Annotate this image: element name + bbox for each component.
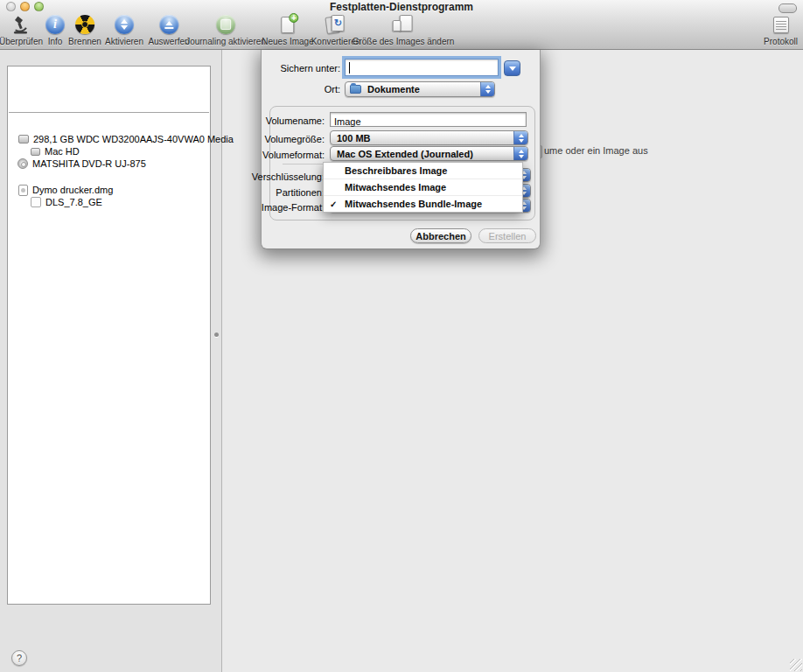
toolbar-label: Aktivieren xyxy=(105,37,143,46)
save-as-label: Sichern unter: xyxy=(281,63,340,74)
disk-icon xyxy=(18,135,29,144)
save-as-input[interactable] xyxy=(346,60,498,76)
window-header: Festplatten-Dienstprogramm Überprüfen i … xyxy=(0,0,803,50)
volume-image-icon xyxy=(31,197,41,207)
toolbar-label: Überprüfen xyxy=(0,37,43,46)
new-image-sheet: Sichern unter: Ort: Dokumente Volumename… xyxy=(261,50,541,249)
volume-format-popup[interactable]: Mac OS Extended (Journaled) xyxy=(330,146,528,161)
volume-icon xyxy=(31,148,40,156)
help-button[interactable]: ? xyxy=(11,650,27,666)
toolbar-item-new-image[interactable]: + Neues Image xyxy=(262,13,313,46)
optical-drive-icon xyxy=(17,158,28,169)
sidebar-item-disk-image[interactable]: Dymo drucker.dmg xyxy=(18,184,113,196)
cancel-button[interactable]: Abbrechen xyxy=(410,228,471,243)
sidebar-item-label: Mac HD xyxy=(45,146,80,157)
toolbar-item-mount[interactable]: Aktivieren xyxy=(105,13,143,46)
toolbar-item-verify[interactable]: Überprüfen xyxy=(0,13,43,46)
disk-utility-window: Festplatten-Dienstprogramm Überprüfen i … xyxy=(0,0,803,672)
window-title: Festplatten-Dienstprogramm xyxy=(330,1,473,13)
menu-item-label: Mitwachsendes Bundle-Image xyxy=(345,199,482,209)
minimize-button[interactable] xyxy=(20,2,30,11)
sidebar-divider xyxy=(9,112,209,113)
sidebar-item-label: MATSHITA DVD-R UJ-875 xyxy=(32,158,146,169)
popup-stepper-icon xyxy=(480,82,494,96)
folder-icon xyxy=(350,85,361,94)
toolbar-label: Brennen xyxy=(68,37,101,46)
toolbar-item-log[interactable]: Protokoll xyxy=(764,13,798,46)
titlebar[interactable]: Festplatten-Dienstprogramm xyxy=(0,0,803,13)
location-label: Ort: xyxy=(325,84,340,94)
sidebar-item-mac-hd[interactable]: Mac HD xyxy=(31,145,80,158)
chevron-down-icon xyxy=(509,66,516,71)
window-resize-grip[interactable] xyxy=(790,659,802,671)
new-image-icon: + xyxy=(281,13,294,36)
verify-microscope-icon xyxy=(10,13,31,36)
volume-name-field[interactable] xyxy=(330,112,527,127)
checkmark-icon: ✓ xyxy=(330,200,337,209)
toolbar-label: Info xyxy=(48,37,63,46)
zoom-button[interactable] xyxy=(34,2,44,11)
sidebar-item-label: Dymo drucker.dmg xyxy=(32,185,113,195)
image-format-menu: Beschreibbares Image Mitwachsendes Image… xyxy=(323,162,523,213)
menu-item-sparse-image[interactable]: Mitwachsendes Image xyxy=(324,178,522,195)
encryption-label: Verschlüsselung: xyxy=(252,172,325,182)
sidebar-item-label: DLS_7.8_GE xyxy=(45,197,102,207)
toolbar-item-resize-image[interactable]: Größe des Images ändern xyxy=(353,13,455,46)
toolbar-label: Neues Image xyxy=(262,37,313,46)
volume-name-input[interactable] xyxy=(331,116,526,129)
sidebar-item-optical-drive[interactable]: MATSHITA DVD-R UJ-875 xyxy=(17,158,146,170)
toolbar-label: Journaling aktivieren xyxy=(185,37,266,46)
popup-stepper-icon xyxy=(513,147,527,160)
log-icon xyxy=(773,13,789,36)
sidebar-item-image-volume[interactable]: DLS_7.8_GE xyxy=(31,196,102,208)
location-popup[interactable]: Dokumente xyxy=(345,81,495,97)
convert-icon: ↻ xyxy=(325,13,347,36)
disk-image-icon xyxy=(18,185,28,196)
resize-image-icon xyxy=(392,13,415,36)
image-format-label: Image-Format: xyxy=(262,202,325,213)
pane-splitter-handle[interactable] xyxy=(214,332,219,337)
sidebar-item-label: 298,1 GB WDC WD3200AAJS-40VWA0 Media xyxy=(33,134,234,144)
expand-sheet-button[interactable] xyxy=(504,60,520,76)
mount-icon xyxy=(115,13,134,36)
toolbar-label: Größe des Images ändern xyxy=(353,37,455,46)
toolbar-item-info[interactable]: i Info xyxy=(45,13,65,46)
create-button[interactable]: Erstellen xyxy=(478,228,536,243)
device-list: 298,1 GB WDC WD3200AAJS-40VWA0 Media Mac… xyxy=(7,66,211,605)
partitions-label: Partitionen: xyxy=(276,187,325,198)
volume-name-label: Volumename: xyxy=(266,116,325,126)
toolbar-item-eject[interactable]: Auswerfen xyxy=(148,13,189,46)
menu-item-writable-image[interactable]: Beschreibbares Image xyxy=(324,163,522,178)
info-icon: i xyxy=(45,13,65,36)
window-controls xyxy=(6,2,44,11)
eject-icon xyxy=(159,13,178,36)
save-as-field[interactable] xyxy=(345,59,499,76)
selection-hint-text: ume oder ein Image aus xyxy=(544,145,648,156)
menu-item-label: Mitwachsendes Image xyxy=(345,182,446,192)
menu-item-label: Beschreibbares Image xyxy=(345,165,447,176)
volume-format-value: Mac OS Extended (Journaled) xyxy=(331,149,473,159)
popup-stepper-icon xyxy=(513,131,527,144)
toolbar-label: Auswerfen xyxy=(148,37,189,46)
volume-size-value: 100 MB xyxy=(331,133,371,144)
burn-icon xyxy=(75,13,94,36)
volume-format-label: Volumeformat: xyxy=(262,150,325,160)
sidebar-item-disk[interactable]: 298,1 GB WDC WD3200AAJS-40VWA0 Media xyxy=(18,133,234,145)
toolbar-item-journaling[interactable]: Journaling aktivieren xyxy=(185,13,266,46)
toolbar-item-burn[interactable]: Brennen xyxy=(68,13,101,46)
text-cursor xyxy=(349,62,350,74)
close-button[interactable] xyxy=(6,2,16,11)
toolbar-toggle-button[interactable] xyxy=(779,4,797,13)
menu-item-sparse-bundle-image[interactable]: ✓ Mitwachsendes Bundle-Image xyxy=(324,195,522,212)
volume-size-popup[interactable]: 100 MB xyxy=(330,130,528,145)
location-value: Dokumente xyxy=(361,84,420,94)
volume-size-label: Volumegröße: xyxy=(265,134,325,144)
journaling-icon xyxy=(216,13,235,36)
toolbar-label: Protokoll xyxy=(764,37,798,46)
